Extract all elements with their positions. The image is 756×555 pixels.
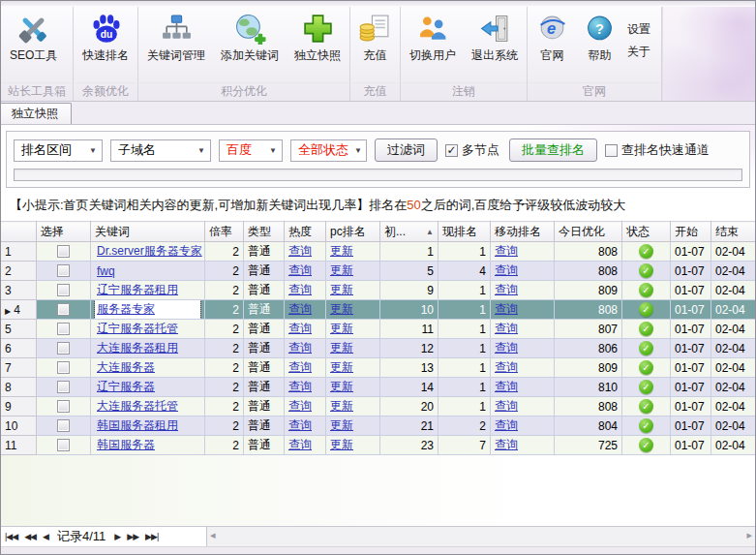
header-status[interactable]: 状态 [622,222,671,242]
batch-check-rank-button[interactable]: 批量查排名 [509,139,597,162]
last-page-button[interactable]: ▶▶| [145,532,158,541]
keyword-link[interactable]: Dr.server服务器专家 [97,244,202,258]
header-end[interactable]: 结束 [711,222,756,242]
pc-rank-update-link[interactable]: 更新 [330,360,353,374]
prev-button[interactable]: ◀ [43,532,48,541]
table-row[interactable]: ▶1 Dr.server服务器专家 2 普通 查询 更新 1 1 查询 808 … [1,242,755,262]
pc-rank-update-link[interactable]: 更新 [330,283,353,296]
standalone-snapshot-button[interactable]: 独立快照 [287,8,348,82]
exit-system-button[interactable]: 退出系统 [464,8,526,82]
add-keyword-button[interactable]: 添加关键词 [213,8,287,82]
heat-query-link[interactable]: 查询 [288,322,312,335]
header-start[interactable]: 开始 [671,222,711,242]
table-row[interactable]: ▶10 韩国服务器租用 2 普通 查询 更新 21 2 查询 804 ✓ 01-… [1,416,755,436]
row-select-checkbox[interactable] [57,264,70,277]
next-button[interactable]: ▶ [114,532,120,541]
official-site-button[interactable]: e 官网 [529,8,576,82]
about-button[interactable]: 关于 [627,44,650,60]
row-select-checkbox[interactable] [57,342,70,355]
first-page-button[interactable]: |◀◀ [5,532,17,541]
multi-node-checkbox[interactable]: ✓ 多节点 [445,141,499,159]
keyword-link[interactable]: 韩国服务器租用 [97,418,178,432]
heat-query-link[interactable]: 查询 [288,244,312,258]
table-row[interactable]: ▶8 辽宁服务器 2 普通 查询 更新 14 1 查询 810 ✓ 01-07 … [1,378,755,397]
heat-query-link[interactable]: 查询 [288,341,312,355]
pc-rank-update-link[interactable]: 更新 [330,438,353,451]
pc-rank-update-link[interactable]: 更新 [330,380,353,393]
heat-query-link[interactable]: 查询 [288,418,312,432]
heat-query-link[interactable]: 查询 [288,438,312,451]
keyword-link[interactable]: 大连服务器租用 [97,341,178,355]
table-row[interactable]: ▶11 韩国服务器 2 普通 查询 更新 23 7 查询 725 ✓ 01-07… [1,436,755,455]
keyword-manage-button[interactable]: 关键词管理 [139,8,213,82]
pc-rank-update-link[interactable]: 更新 [330,244,353,258]
scroll-right-icon[interactable]: ▸ [746,529,752,541]
keyword-link[interactable]: 辽宁服务器租用 [97,283,178,296]
mobile-rank-query-link[interactable]: 查询 [495,322,518,335]
header-heat[interactable]: 热度 [285,222,326,242]
heat-query-link[interactable]: 查询 [288,283,312,296]
keyword-link[interactable]: 服务器专家 [97,302,155,316]
mobile-rank-query-link[interactable]: 查询 [495,302,518,316]
mobile-rank-query-link[interactable]: 查询 [495,360,518,374]
row-select-checkbox[interactable] [57,245,70,258]
table-row[interactable]: ▶7 大连服务器 2 普通 查询 更新 13 1 查询 809 ✓ 01-07 … [1,358,755,378]
subdomain-dropdown[interactable]: 子域名 ▼ [110,139,211,162]
heat-query-link[interactable]: 查询 [288,360,312,374]
next-fast-button[interactable]: ▶▶ [127,532,138,541]
header-mobile-rank[interactable]: 移动排名 [491,222,555,242]
horizontal-scrollbar[interactable]: ◂ ▸ [207,527,755,546]
scroll-left-icon[interactable]: ◂ [210,529,216,541]
table-row[interactable]: ▶5 辽宁服务器托管 2 普通 查询 更新 11 1 查询 807 ✓ 01-0… [1,320,755,339]
row-select-checkbox[interactable] [57,284,70,296]
pc-rank-update-link[interactable]: 更新 [330,322,353,335]
pc-rank-update-link[interactable]: 更新 [330,418,353,432]
keyword-link[interactable]: fwq [97,264,115,278]
header-select[interactable]: 选择 [37,222,91,242]
recharge-button[interactable]: 充值 [351,8,399,82]
fast-rank-button[interactable]: du 快速排名 [75,8,136,82]
header-keyword[interactable]: 关键词 [91,222,205,242]
rank-range-dropdown[interactable]: 排名区间 ▼ [14,139,103,162]
search-engine-dropdown[interactable]: 百度 ▼ [219,139,283,162]
keyword-link[interactable]: 大连服务器 [97,360,155,374]
fast-channel-checkbox[interactable]: ✓ 查排名快速通道 [605,141,710,159]
heat-query-link[interactable]: 查询 [288,302,312,316]
prev-fast-button[interactable]: ◀◀ [24,532,36,541]
keyword-link[interactable]: 韩国服务器 [97,438,155,451]
pc-rank-update-link[interactable]: 更新 [330,263,353,277]
mobile-rank-query-link[interactable]: 查询 [495,380,518,393]
heat-query-link[interactable]: 查询 [288,399,312,413]
header-today-opt[interactable]: 今日优化 [555,222,622,242]
seo-tools-button[interactable]: SEO工具 [2,8,65,82]
row-select-checkbox[interactable] [57,381,70,393]
row-select-checkbox[interactable] [57,303,70,316]
mobile-rank-query-link[interactable]: 查询 [495,263,518,277]
mobile-rank-query-link[interactable]: 查询 [495,341,518,355]
heat-query-link[interactable]: 查询 [288,263,312,277]
mobile-rank-query-link[interactable]: 查询 [495,399,518,413]
header-type[interactable]: 类型 [244,222,285,242]
keyword-link[interactable]: 辽宁服务器托管 [97,322,178,335]
mobile-rank-query-link[interactable]: 查询 [495,244,518,258]
heat-query-link[interactable]: 查询 [288,380,312,393]
switch-user-button[interactable]: 切换用户 [402,8,464,82]
header-current-rank[interactable]: 现排名 [438,222,491,242]
help-button[interactable]: ? 帮助 [576,8,623,82]
row-select-checkbox[interactable] [57,400,70,413]
row-select-checkbox[interactable] [57,323,70,335]
tab-standalone-snapshot[interactable]: 独立快照 [0,103,72,124]
header-pc-rank[interactable]: pc排名 [326,222,380,242]
filter-words-button[interactable]: 过滤词 [375,139,438,162]
table-row[interactable]: ▶3 辽宁服务器租用 2 普通 查询 更新 9 1 查询 809 ✓ 01-07… [1,281,755,300]
header-rate[interactable]: 倍率 [205,222,244,242]
mobile-rank-query-link[interactable]: 查询 [495,283,518,296]
pc-rank-update-link[interactable]: 更新 [330,302,353,316]
table-row[interactable]: ▶9 大连服务器托管 2 普通 查询 更新 20 1 查询 808 ✓ 01-0… [1,397,755,416]
pc-rank-update-link[interactable]: 更新 [330,399,353,413]
status-dropdown[interactable]: 全部状态 ▼ [290,139,367,162]
keyword-link[interactable]: 大连服务器托管 [97,399,178,413]
table-row[interactable]: ▶6 大连服务器租用 2 普通 查询 更新 12 1 查询 806 ✓ 01-0… [1,339,755,358]
settings-button[interactable]: 设置 [627,21,650,38]
row-select-checkbox[interactable] [57,361,70,374]
